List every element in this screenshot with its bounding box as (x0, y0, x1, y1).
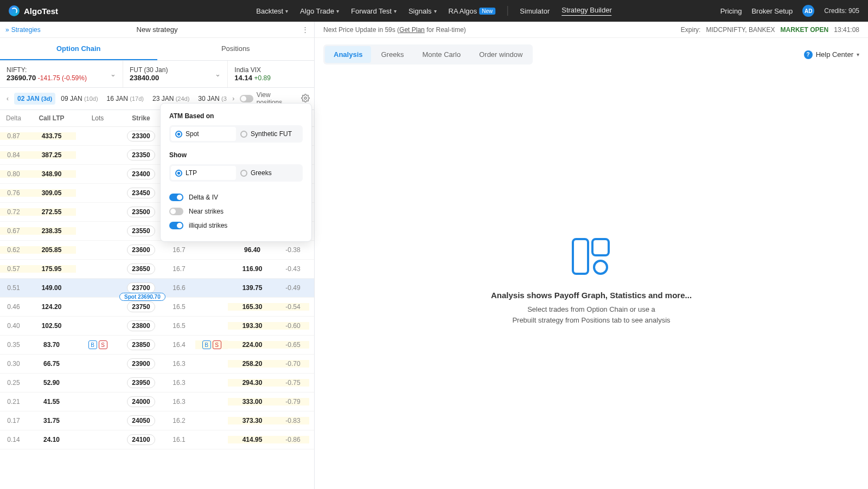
radio-synthetic[interactable]: Synthetic FUT (236, 127, 301, 141)
svg-rect-2 (592, 239, 609, 255)
cell-put-delta: -0.65 (277, 341, 309, 349)
nav-raalgos[interactable]: RA AlgosNew (449, 7, 496, 15)
nav-signals[interactable]: Signals▾ (409, 7, 437, 15)
tab-positions[interactable]: Positions (157, 38, 315, 60)
analysis-empty-icon (570, 235, 613, 280)
option-row[interactable]: 0.3583.70BS2385016.4BS224.00-0.65 (0, 336, 314, 355)
cell-call-delta: 0.62 (0, 246, 27, 254)
radio-ltp[interactable]: LTP (171, 166, 236, 180)
gear-icon[interactable] (301, 94, 310, 104)
svg-point-3 (594, 261, 607, 274)
buy-button[interactable]: B (88, 340, 97, 349)
help-icon: ? (804, 50, 813, 59)
nav-backtest[interactable]: Backtest▾ (256, 7, 288, 15)
sell-button[interactable]: S (99, 340, 107, 349)
nav-divider (507, 6, 508, 16)
toggle-delta-iv[interactable] (169, 194, 183, 201)
price-update-info: Next Price Update in 59s (Get Plan for R… (323, 26, 466, 34)
col-delta: Delta (0, 114, 27, 122)
option-row[interactable]: 0.57175.952365016.7116.90-0.43 (0, 260, 314, 279)
strategies-link[interactable]: » Strategies (5, 26, 41, 34)
cell-put-ltp: 333.00 (228, 398, 277, 406)
option-row[interactable]: 0.62205.852360016.796.40-0.38 (0, 241, 314, 260)
radio-icon (175, 131, 182, 138)
radio-greeks[interactable]: Greeks (236, 166, 301, 180)
nav-broker[interactable]: Broker Setup (751, 7, 793, 15)
option-row[interactable]: 0.3066.752390016.3258.20-0.70 (0, 355, 314, 374)
nav-pricing[interactable]: Pricing (720, 7, 742, 15)
help-center[interactable]: ? Help Center ▾ (804, 50, 859, 59)
toggle-near-strikes[interactable] (169, 208, 183, 215)
option-row[interactable]: 0.51149.002370016.6139.75-0.49Spot 23690… (0, 279, 314, 298)
buy-button[interactable]: B (202, 340, 211, 349)
cell-call-ltp: 83.70 (27, 341, 76, 349)
chevron-down-icon: ⌄ (110, 70, 116, 78)
cell-call-delta: 0.25 (0, 379, 27, 387)
cell-put-ltp: 373.30 (228, 417, 277, 424)
sell-button[interactable]: S (213, 340, 221, 349)
radio-icon (175, 170, 182, 177)
cell-iv: 16.7 (163, 246, 195, 254)
nifty-selector[interactable]: NIFTY: 23690.70 -141.75 (-0.59%) ⌄ (0, 61, 123, 87)
col-lots: Lots (76, 114, 119, 122)
settings-popover: ATM Based on Spot Synthetic FUT Show LTP… (160, 103, 312, 242)
view-positions-toggle[interactable] (240, 95, 253, 102)
cell-put-delta: -0.38 (277, 246, 309, 254)
left-tabs: Option Chain Positions (0, 38, 314, 61)
svg-rect-1 (573, 239, 588, 274)
cell-iv: 16.5 (163, 322, 195, 330)
tab-option-chain[interactable]: Option Chain (0, 38, 157, 60)
kebab-menu[interactable]: ⋮ (302, 25, 309, 34)
tab-order-window[interactable]: Order window (470, 46, 531, 63)
expiry-prev[interactable]: ‹ (4, 95, 11, 102)
get-plan-link[interactable]: Get Plan (399, 26, 425, 34)
cell-strike: 23450 (119, 188, 163, 198)
market-row: NIFTY: 23690.70 -141.75 (-0.59%) ⌄ FUT (… (0, 61, 314, 88)
cell-call-delta: 0.57 (0, 265, 27, 273)
cell-call-lots: BS (76, 340, 119, 349)
option-row[interactable]: 0.2552.902395016.3294.30-0.75 (0, 374, 314, 393)
strategy-title: New strategy (137, 25, 178, 34)
option-row[interactable]: 0.40102.502380016.5193.30-0.60 (0, 317, 314, 336)
market-status: MARKET OPEN (781, 26, 829, 34)
nifty-value: 23690.70 (7, 74, 36, 82)
left-panel: » Strategies New strategy ⋮ Option Chain… (0, 22, 315, 489)
cell-put-delta: -0.86 (277, 436, 309, 443)
cell-call-delta: 0.84 (0, 151, 27, 159)
cell-strike: 23950 (119, 377, 163, 388)
tab-analysis[interactable]: Analysis (325, 46, 371, 63)
expiry-label: Expiry: (681, 26, 701, 34)
cell-put-delta: -0.54 (277, 303, 309, 311)
cell-call-delta: 0.21 (0, 398, 27, 406)
expiry-item[interactable]: 02 JAN (3d) (14, 93, 55, 105)
label-near-strikes: Near strikes (189, 208, 224, 215)
chevron-down-icon: ▾ (285, 8, 288, 14)
toggle-illiquid[interactable] (169, 222, 183, 229)
cell-call-ltp: 41.55 (27, 398, 76, 406)
tab-greeks[interactable]: Greeks (372, 46, 412, 63)
nav-forward[interactable]: Forward Test▾ (351, 7, 397, 15)
logo-text: AlgoTest (24, 7, 58, 16)
option-row[interactable]: 0.1731.752405016.2373.30-0.83 (0, 411, 314, 430)
nav-algotrade[interactable]: Algo Trade▾ (300, 7, 339, 15)
cell-strike: 23400 (119, 169, 163, 179)
right-tabs-row: Analysis Greeks Monte Carlo Order window… (315, 38, 868, 71)
option-row[interactable]: 0.2141.552400016.3333.00-0.79 (0, 393, 314, 411)
expiry-next[interactable]: › (230, 95, 237, 102)
cell-call-delta: 0.40 (0, 322, 27, 330)
expiry-item[interactable]: 09 JAN (10d) (58, 93, 101, 105)
radio-spot[interactable]: Spot (171, 127, 236, 141)
fut-selector[interactable]: FUT (30 Jan) 23840.00 ⌄ (123, 61, 228, 87)
topbar: AlgoTest Backtest▾ Algo Trade▾ Forward T… (0, 0, 868, 22)
cell-put-ltp: 193.30 (228, 322, 277, 330)
nav-strategy-builder[interactable]: Strategy Builder (561, 6, 612, 16)
tab-monte-carlo[interactable]: Monte Carlo (413, 46, 469, 63)
avatar[interactable]: AD (802, 5, 814, 17)
cell-iv: 16.1 (163, 436, 195, 443)
expiry-item[interactable]: 16 JAN (17d) (104, 93, 147, 105)
cell-strike: 24100 (119, 434, 163, 445)
analysis-tabs: Analysis Greeks Monte Carlo Order window (323, 44, 533, 65)
option-row[interactable]: 0.1424.102410016.1414.95-0.86 (0, 430, 314, 449)
logo[interactable]: AlgoTest (9, 5, 58, 16)
nav-simulator[interactable]: Simulator (520, 7, 550, 15)
